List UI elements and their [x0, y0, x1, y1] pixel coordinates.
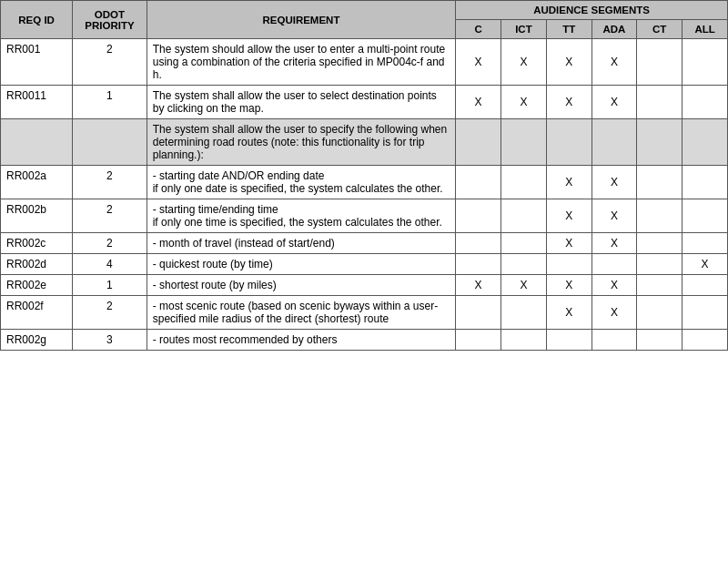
- requirement-cell: - quickest route (by time): [147, 254, 456, 275]
- odot-priority-cell: 2: [73, 166, 147, 199]
- segment-tt-cell: X: [546, 199, 592, 233]
- table-row: RR002a2- starting date AND/OR ending dat…: [1, 166, 728, 199]
- table-row: RR0012The system should allow the user t…: [1, 39, 728, 86]
- requirement-cell: The system shall allow the user to selec…: [147, 86, 456, 119]
- req-id-header: REQ ID: [1, 1, 73, 39]
- segment-ict-cell: [501, 330, 547, 351]
- audience-segments-header: AUDIENCE SEGMENTS: [456, 1, 728, 20]
- odot-priority-cell: 2: [73, 199, 147, 233]
- segment-c-cell: [456, 233, 501, 254]
- segment-ada-cell: X: [592, 166, 637, 199]
- segment-ict-header: ICT: [501, 20, 547, 39]
- requirement-cell: - routes most recommended by others: [147, 330, 456, 351]
- requirement-header: REQUIREMENT: [147, 1, 456, 39]
- segment-ct-cell: [637, 275, 682, 296]
- segment-ada-cell: X: [592, 296, 637, 330]
- segment-tt-cell: X: [546, 166, 592, 199]
- segment-ct-cell: [637, 199, 682, 233]
- segment-all-cell: [682, 119, 728, 166]
- segment-ada-cell: X: [592, 275, 637, 296]
- segment-ct-cell: [637, 233, 682, 254]
- req-id-cell: [1, 119, 73, 166]
- segment-ada-cell: X: [592, 233, 637, 254]
- odot-priority-header: ODOT PRIORITY: [73, 1, 147, 39]
- segment-c-header: C: [456, 20, 501, 39]
- segment-ct-cell: [637, 254, 682, 275]
- segment-ict-cell: [501, 119, 547, 166]
- requirement-cell: - starting time/ending time if only one …: [147, 199, 456, 233]
- segment-ct-cell: [637, 39, 682, 86]
- segment-ict-cell: X: [501, 86, 547, 119]
- segment-tt-cell: X: [546, 86, 592, 119]
- segment-ict-cell: [501, 233, 547, 254]
- segment-c-cell: [456, 254, 501, 275]
- segment-all-cell: [682, 296, 728, 330]
- segment-ada-cell: [592, 254, 637, 275]
- segment-all-cell: [682, 166, 728, 199]
- segment-all-cell: [682, 330, 728, 351]
- odot-priority-cell: 3: [73, 330, 147, 351]
- req-id-cell: RR002d: [1, 254, 73, 275]
- segment-ict-cell: X: [501, 39, 547, 86]
- segment-c-cell: [456, 166, 501, 199]
- segment-ict-cell: [501, 166, 547, 199]
- requirement-cell: - shortest route (by miles): [147, 275, 456, 296]
- req-id-cell: RR001: [1, 39, 73, 86]
- segment-ada-cell: X: [592, 199, 637, 233]
- table-row: RR002g3- routes most recommended by othe…: [1, 330, 728, 351]
- odot-priority-cell: 1: [73, 86, 147, 119]
- requirement-cell: The system shall allow the user to speci…: [147, 119, 456, 166]
- table-row: RR002f2- most scenic route (based on sce…: [1, 296, 728, 330]
- segment-ct-cell: [637, 330, 682, 351]
- odot-priority-cell: 2: [73, 296, 147, 330]
- header-row-top: REQ ID ODOT PRIORITY REQUIREMENT AUDIENC…: [1, 1, 728, 20]
- req-id-cell: RR002b: [1, 199, 73, 233]
- segment-c-cell: X: [456, 39, 501, 86]
- segment-ct-cell: [637, 166, 682, 199]
- req-id-cell: RR002c: [1, 233, 73, 254]
- segment-ada-cell: [592, 330, 637, 351]
- segment-tt-cell: [546, 119, 592, 166]
- segment-c-cell: [456, 296, 501, 330]
- odot-priority-cell: 2: [73, 233, 147, 254]
- segment-tt-header: TT: [546, 20, 592, 39]
- segment-tt-cell: [546, 254, 592, 275]
- table-row: RR00111The system shall allow the user t…: [1, 86, 728, 119]
- table-row: RR002e1- shortest route (by miles)XXXX: [1, 275, 728, 296]
- segment-ict-cell: [501, 296, 547, 330]
- segment-c-cell: [456, 119, 501, 166]
- segment-all-cell: [682, 199, 728, 233]
- requirements-table: REQ ID ODOT PRIORITY REQUIREMENT AUDIENC…: [0, 0, 728, 351]
- requirement-cell: - month of travel (instead of start/end): [147, 233, 456, 254]
- table-row: The system shall allow the user to speci…: [1, 119, 728, 166]
- segment-tt-cell: X: [546, 39, 592, 86]
- segment-all-cell: [682, 39, 728, 86]
- segment-ict-cell: X: [501, 275, 547, 296]
- segment-ada-cell: X: [592, 39, 637, 86]
- segment-ict-cell: [501, 199, 547, 233]
- req-id-cell: RR002e: [1, 275, 73, 296]
- segment-all-cell: X: [682, 254, 728, 275]
- segment-ct-cell: [637, 86, 682, 119]
- requirement-cell: - starting date AND/OR ending date if on…: [147, 166, 456, 199]
- odot-priority-cell: 4: [73, 254, 147, 275]
- odot-priority-cell: 1: [73, 275, 147, 296]
- table-row: RR002c2- month of travel (instead of sta…: [1, 233, 728, 254]
- segment-ct-header: CT: [637, 20, 682, 39]
- segment-all-cell: [682, 86, 728, 119]
- odot-priority-cell: [73, 119, 147, 166]
- table-row: RR002b2- starting time/ending time if on…: [1, 199, 728, 233]
- segment-ada-cell: X: [592, 86, 637, 119]
- req-id-cell: RR002a: [1, 166, 73, 199]
- requirement-cell: - most scenic route (based on scenic byw…: [147, 296, 456, 330]
- req-id-cell: RR0011: [1, 86, 73, 119]
- segment-tt-cell: X: [546, 233, 592, 254]
- req-id-cell: RR002g: [1, 330, 73, 351]
- segment-all-cell: [682, 275, 728, 296]
- segment-c-cell: [456, 330, 501, 351]
- table-row: RR002d4- quickest route (by time)X: [1, 254, 728, 275]
- requirement-cell: The system should allow the user to ente…: [147, 39, 456, 86]
- segment-ada-cell: [592, 119, 637, 166]
- segment-all-cell: [682, 233, 728, 254]
- segment-ict-cell: [501, 254, 547, 275]
